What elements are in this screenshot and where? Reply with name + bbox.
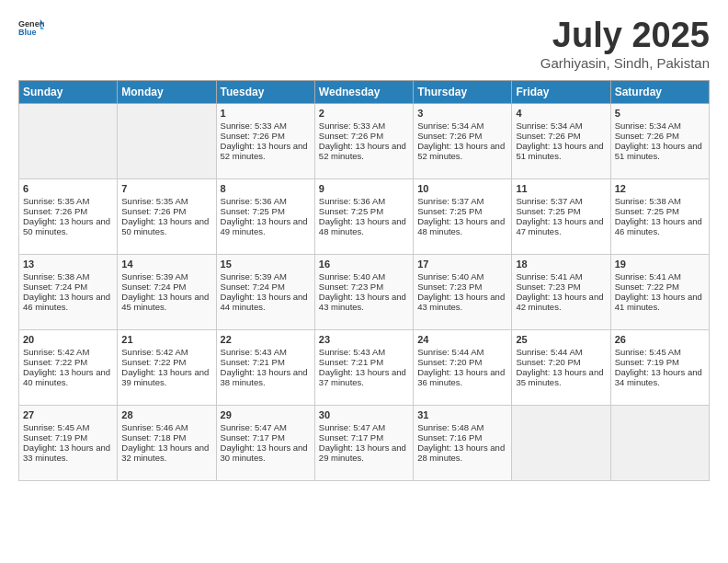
sunset-text: Sunset: 7:20 PM: [516, 357, 606, 367]
daylight-text: Daylight: 13 hours and 42 minutes.: [516, 292, 606, 312]
sunset-text: Sunset: 7:23 PM: [417, 282, 507, 292]
week-row-2: 6Sunrise: 5:35 AMSunset: 7:26 PMDaylight…: [19, 178, 710, 254]
calendar-page: General Blue July 2025 Garhiyasin, Sindh…: [0, 0, 728, 563]
sunset-text: Sunset: 7:25 PM: [319, 206, 409, 216]
week-row-1: 1Sunrise: 5:33 AMSunset: 7:26 PMDaylight…: [19, 103, 710, 178]
day-number: 31: [417, 409, 507, 420]
day-number: 25: [516, 334, 606, 345]
day-number: 29: [221, 409, 311, 420]
sunrise-text: Sunrise: 5:41 AM: [615, 271, 705, 282]
calendar-cell: 24Sunrise: 5:44 AMSunset: 7:20 PMDayligh…: [414, 329, 512, 405]
calendar-cell: 6Sunrise: 5:35 AMSunset: 7:26 PMDaylight…: [19, 178, 118, 254]
day-number: 22: [221, 334, 311, 345]
daylight-text: Daylight: 13 hours and 52 minutes.: [319, 141, 409, 161]
daylight-text: Daylight: 13 hours and 35 minutes.: [516, 367, 606, 387]
sunset-text: Sunset: 7:21 PM: [221, 357, 311, 367]
day-number: 6: [23, 183, 113, 194]
sunrise-text: Sunrise: 5:40 AM: [319, 271, 409, 282]
daylight-text: Daylight: 13 hours and 33 minutes.: [23, 442, 113, 463]
calendar-cell: 2Sunrise: 5:33 AMSunset: 7:26 PMDaylight…: [314, 103, 413, 178]
sunrise-text: Sunrise: 5:37 AM: [516, 196, 606, 206]
day-number: 30: [319, 409, 409, 420]
sunset-text: Sunset: 7:26 PM: [221, 131, 311, 141]
week-row-4: 20Sunrise: 5:42 AMSunset: 7:22 PMDayligh…: [19, 329, 710, 405]
calendar-cell: 11Sunrise: 5:37 AMSunset: 7:25 PMDayligh…: [512, 178, 610, 254]
sunrise-text: Sunrise: 5:41 AM: [516, 271, 606, 282]
sunrise-text: Sunrise: 5:48 AM: [417, 422, 507, 432]
sunrise-text: Sunrise: 5:43 AM: [319, 347, 409, 357]
calendar-cell: 23Sunrise: 5:43 AMSunset: 7:21 PMDayligh…: [314, 329, 413, 405]
sunset-text: Sunset: 7:26 PM: [417, 131, 507, 141]
sunrise-text: Sunrise: 5:35 AM: [121, 196, 211, 206]
day-number: 18: [516, 259, 606, 270]
daylight-text: Daylight: 13 hours and 32 minutes.: [121, 442, 211, 463]
week-row-5: 27Sunrise: 5:45 AMSunset: 7:19 PMDayligh…: [19, 405, 710, 480]
day-number: 7: [121, 183, 211, 194]
calendar-cell: 5Sunrise: 5:34 AMSunset: 7:26 PMDaylight…: [610, 103, 709, 178]
logo: General Blue: [18, 17, 44, 44]
day-number: 2: [319, 108, 409, 119]
sunset-text: Sunset: 7:23 PM: [319, 282, 409, 292]
day-number: 20: [23, 334, 113, 345]
sunrise-text: Sunrise: 5:45 AM: [23, 422, 113, 432]
sunset-text: Sunset: 7:25 PM: [516, 206, 606, 216]
calendar-cell: 25Sunrise: 5:44 AMSunset: 7:20 PMDayligh…: [512, 329, 610, 405]
sunrise-text: Sunrise: 5:38 AM: [615, 196, 705, 206]
sunset-text: Sunset: 7:24 PM: [221, 282, 311, 292]
daylight-text: Daylight: 13 hours and 28 minutes.: [417, 442, 507, 463]
calendar-cell: 13Sunrise: 5:38 AMSunset: 7:24 PMDayligh…: [19, 254, 118, 329]
sunset-text: Sunset: 7:24 PM: [121, 282, 211, 292]
sunrise-text: Sunrise: 5:33 AM: [221, 121, 311, 131]
daylight-text: Daylight: 13 hours and 36 minutes.: [417, 367, 507, 387]
col-header-saturday: Saturday: [610, 80, 709, 103]
calendar-cell: 14Sunrise: 5:39 AMSunset: 7:24 PMDayligh…: [118, 254, 216, 329]
calendar-cell: 16Sunrise: 5:40 AMSunset: 7:23 PMDayligh…: [314, 254, 413, 329]
day-number: 23: [319, 334, 409, 345]
calendar-cell: 29Sunrise: 5:47 AMSunset: 7:17 PMDayligh…: [216, 405, 314, 480]
day-number: 10: [417, 183, 507, 194]
sunset-text: Sunset: 7:22 PM: [615, 282, 705, 292]
sunrise-text: Sunrise: 5:33 AM: [319, 121, 409, 131]
daylight-text: Daylight: 13 hours and 47 minutes.: [516, 216, 606, 236]
daylight-text: Daylight: 13 hours and 38 minutes.: [221, 367, 311, 387]
day-number: 8: [221, 183, 311, 194]
sunset-text: Sunset: 7:20 PM: [417, 357, 507, 367]
col-header-monday: Monday: [118, 80, 216, 103]
daylight-text: Daylight: 13 hours and 37 minutes.: [319, 367, 409, 387]
daylight-text: Daylight: 13 hours and 44 minutes.: [221, 292, 311, 312]
calendar-cell: [512, 405, 610, 480]
svg-text:Blue: Blue: [18, 28, 37, 37]
sunrise-text: Sunrise: 5:42 AM: [121, 347, 211, 357]
daylight-text: Daylight: 13 hours and 34 minutes.: [615, 367, 705, 387]
sunrise-text: Sunrise: 5:38 AM: [23, 271, 113, 282]
sunset-text: Sunset: 7:26 PM: [121, 206, 211, 216]
day-number: 15: [221, 259, 311, 270]
sunrise-text: Sunrise: 5:39 AM: [221, 271, 311, 282]
daylight-text: Daylight: 13 hours and 45 minutes.: [121, 292, 211, 312]
sunset-text: Sunset: 7:26 PM: [516, 131, 606, 141]
col-header-sunday: Sunday: [19, 80, 118, 103]
sunrise-text: Sunrise: 5:34 AM: [417, 121, 507, 131]
calendar-cell: 19Sunrise: 5:41 AMSunset: 7:22 PMDayligh…: [610, 254, 709, 329]
calendar-cell: 17Sunrise: 5:40 AMSunset: 7:23 PMDayligh…: [414, 254, 512, 329]
header: General Blue July 2025 Garhiyasin, Sindh…: [18, 17, 710, 71]
day-number: 11: [516, 183, 606, 194]
sunrise-text: Sunrise: 5:34 AM: [516, 121, 606, 131]
calendar-cell: 9Sunrise: 5:36 AMSunset: 7:25 PMDaylight…: [314, 178, 413, 254]
sunrise-text: Sunrise: 5:47 AM: [221, 422, 311, 432]
sunrise-text: Sunrise: 5:47 AM: [319, 422, 409, 432]
sunrise-text: Sunrise: 5:44 AM: [516, 347, 606, 357]
calendar-cell: 15Sunrise: 5:39 AMSunset: 7:24 PMDayligh…: [216, 254, 314, 329]
daylight-text: Daylight: 13 hours and 50 minutes.: [121, 216, 211, 236]
sunrise-text: Sunrise: 5:37 AM: [417, 196, 507, 206]
sunrise-text: Sunrise: 5:36 AM: [221, 196, 311, 206]
sunset-text: Sunset: 7:25 PM: [615, 206, 705, 216]
sunset-text: Sunset: 7:17 PM: [221, 432, 311, 442]
sunrise-text: Sunrise: 5:44 AM: [417, 347, 507, 357]
daylight-text: Daylight: 13 hours and 29 minutes.: [319, 442, 409, 463]
sunset-text: Sunset: 7:25 PM: [221, 206, 311, 216]
daylight-text: Daylight: 13 hours and 50 minutes.: [23, 216, 113, 236]
calendar-cell: 1Sunrise: 5:33 AMSunset: 7:26 PMDaylight…: [216, 103, 314, 178]
daylight-text: Daylight: 13 hours and 40 minutes.: [23, 367, 113, 387]
daylight-text: Daylight: 13 hours and 48 minutes.: [417, 216, 507, 236]
